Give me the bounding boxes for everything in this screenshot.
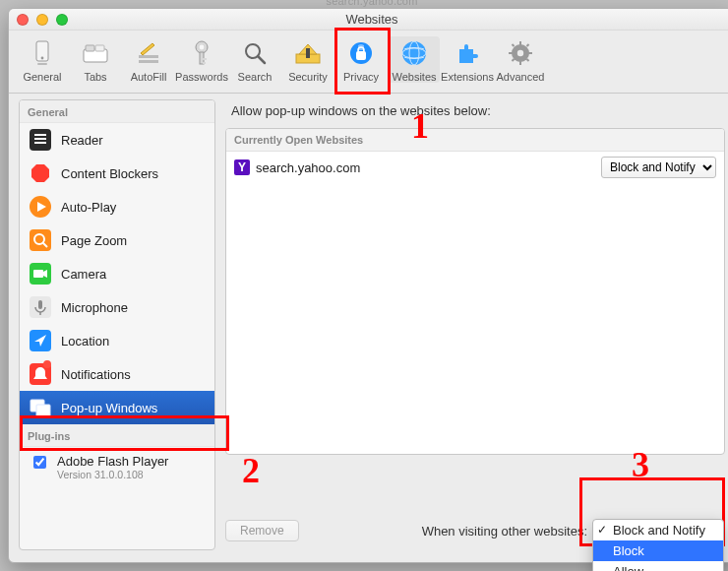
svg-rect-28 bbox=[509, 52, 513, 54]
minimize-window-icon[interactable] bbox=[36, 14, 48, 26]
svg-rect-7 bbox=[139, 60, 158, 63]
default-permission-select[interactable]: ✓Block and Notify Block Allow bbox=[593, 520, 725, 541]
sidebar-item-page-zoom[interactable]: Page Zoom bbox=[20, 223, 214, 257]
sidebar-item-camera[interactable]: Camera bbox=[20, 257, 214, 290]
gear-icon bbox=[506, 38, 535, 68]
remove-button[interactable]: Remove bbox=[225, 520, 299, 541]
sidebar-item-label: Location bbox=[61, 334, 109, 349]
svg-rect-29 bbox=[528, 52, 532, 54]
svg-rect-6 bbox=[139, 55, 158, 58]
sidebar-item-content-blockers[interactable]: Content Blockers bbox=[20, 157, 214, 190]
svg-rect-26 bbox=[519, 41, 521, 45]
popup-windows-icon bbox=[30, 397, 51, 418]
svg-rect-12 bbox=[203, 62, 206, 64]
sidebar-item-label: Microphone bbox=[61, 300, 128, 315]
sidebar-item-location[interactable]: Location bbox=[20, 324, 214, 357]
site-hostname: search.yahoo.com bbox=[256, 160, 360, 175]
svg-point-1 bbox=[41, 57, 44, 60]
sidebar-item-label: Pop-up Windows bbox=[61, 401, 157, 415]
svg-rect-11 bbox=[203, 58, 207, 60]
sidebar-item-popup-windows[interactable]: Pop-up Windows bbox=[20, 391, 214, 424]
site-permission-select[interactable]: Block and Notify bbox=[601, 157, 716, 178]
content-blockers-icon bbox=[30, 162, 51, 184]
microphone-icon bbox=[30, 296, 51, 318]
plugin-version: Version 31.0.0.108 bbox=[57, 469, 168, 480]
svg-rect-17 bbox=[306, 48, 310, 58]
sidebar-item-reader[interactable]: Reader bbox=[20, 123, 214, 157]
tab-websites[interactable]: Websites bbox=[389, 36, 440, 83]
preferences-toolbar: General Tabs AutoFill Passwords Search S… bbox=[9, 31, 728, 94]
permission-menu[interactable]: ✓Block and Notify Block Allow bbox=[592, 519, 724, 571]
main-panel: Allow pop-up windows on the websites bel… bbox=[225, 99, 725, 550]
window-title: Websites bbox=[9, 12, 728, 27]
sidebar-item-label: Notifications bbox=[61, 367, 131, 382]
menu-item-block[interactable]: Block bbox=[593, 540, 723, 561]
truncated-url: search.yahoo.com bbox=[9, 0, 728, 7]
titlebar[interactable]: Websites bbox=[9, 9, 728, 31]
sidebar-item-auto-play[interactable]: Auto-Play bbox=[20, 190, 214, 223]
table-header: Currently Open Websites bbox=[226, 129, 724, 152]
search-icon bbox=[240, 38, 270, 68]
footer-label: When visiting other websites: bbox=[422, 524, 587, 539]
svg-rect-37 bbox=[34, 142, 46, 144]
table-row[interactable]: Y search.yahoo.com Block and Notify bbox=[226, 152, 724, 183]
auto-play-icon bbox=[30, 196, 51, 218]
general-icon bbox=[28, 38, 57, 68]
svg-rect-27 bbox=[519, 61, 521, 65]
svg-rect-36 bbox=[34, 138, 46, 140]
svg-rect-35 bbox=[34, 134, 46, 136]
tab-security[interactable]: Security bbox=[282, 36, 334, 83]
close-window-icon[interactable] bbox=[17, 14, 29, 26]
svg-rect-41 bbox=[30, 229, 51, 251]
menu-item-allow[interactable]: Allow bbox=[593, 561, 723, 571]
svg-point-9 bbox=[200, 45, 205, 50]
reader-icon bbox=[30, 129, 51, 151]
svg-point-21 bbox=[402, 41, 426, 65]
sidebar-group-general: General bbox=[20, 100, 214, 123]
zoom-window-icon[interactable] bbox=[56, 14, 68, 26]
page-zoom-icon bbox=[30, 229, 51, 251]
svg-line-14 bbox=[258, 56, 265, 63]
tab-search[interactable]: Search bbox=[229, 36, 280, 83]
svg-rect-45 bbox=[33, 270, 43, 278]
sidebar-item-label: Reader bbox=[61, 133, 103, 148]
tabs-icon bbox=[81, 38, 110, 68]
tab-extensions[interactable]: Extensions bbox=[442, 36, 493, 83]
sidebar[interactable]: General Reader Content Blockers Auto-Pla… bbox=[19, 99, 215, 550]
websites-icon bbox=[399, 38, 429, 68]
tab-autofill[interactable]: AutoFill bbox=[123, 36, 174, 83]
plugin-checkbox[interactable] bbox=[33, 456, 46, 469]
plugin-name: Adobe Flash Player bbox=[57, 454, 168, 469]
tab-passwords[interactable]: Passwords bbox=[176, 36, 227, 83]
tab-privacy[interactable]: Privacy bbox=[335, 36, 387, 83]
svg-rect-54 bbox=[36, 405, 50, 416]
sidebar-item-notifications[interactable]: Notifications bbox=[20, 357, 214, 391]
svg-point-25 bbox=[517, 50, 523, 56]
svg-marker-38 bbox=[31, 164, 49, 182]
tab-general[interactable]: General bbox=[17, 36, 68, 83]
svg-rect-48 bbox=[38, 300, 42, 309]
yahoo-favicon-icon: Y bbox=[234, 159, 250, 175]
svg-rect-5 bbox=[95, 45, 104, 51]
location-icon bbox=[30, 330, 51, 351]
main-heading: Allow pop-up windows on the websites bel… bbox=[231, 103, 725, 118]
svg-rect-32 bbox=[526, 43, 530, 47]
privacy-icon bbox=[346, 38, 376, 68]
sidebar-group-plugins: Plug-ins bbox=[20, 424, 214, 447]
checkmark-icon: ✓ bbox=[597, 523, 607, 537]
plugin-row-flash[interactable]: Adobe Flash Player Version 31.0.0.108 bbox=[20, 447, 214, 487]
autofill-icon bbox=[134, 38, 163, 68]
menu-item-block-notify[interactable]: ✓Block and Notify bbox=[593, 520, 723, 540]
tab-advanced[interactable]: Advanced bbox=[495, 36, 546, 83]
tab-tabs[interactable]: Tabs bbox=[70, 36, 121, 83]
svg-rect-30 bbox=[512, 43, 516, 47]
preferences-window: search.yahoo.com Websites General Tabs A… bbox=[8, 8, 728, 563]
security-icon bbox=[293, 38, 323, 68]
svg-rect-2 bbox=[37, 63, 47, 65]
passwords-icon bbox=[187, 38, 216, 68]
sidebar-item-label: Camera bbox=[61, 267, 106, 282]
main-footer: Remove When visiting other websites: ✓Bl… bbox=[225, 511, 725, 550]
websites-table: Currently Open Websites Y search.yahoo.c… bbox=[225, 128, 725, 455]
notification-badge-icon bbox=[43, 360, 51, 368]
sidebar-item-microphone[interactable]: Microphone bbox=[20, 290, 214, 324]
